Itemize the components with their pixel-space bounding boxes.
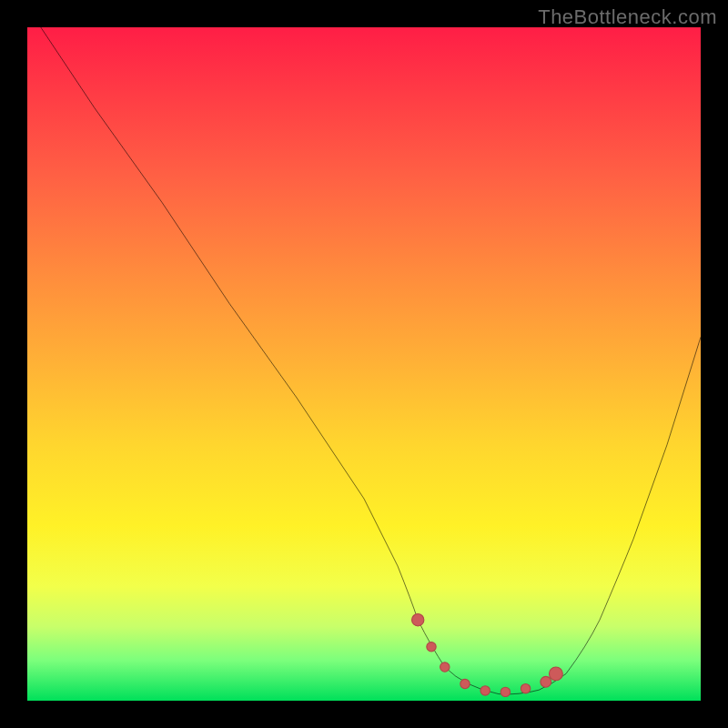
marker-dot <box>427 642 436 652</box>
marker-dot <box>440 662 450 672</box>
marker-dot <box>480 686 490 695</box>
chart-frame: TheBottleneck.com <box>0 0 728 728</box>
plot-area <box>27 27 701 701</box>
marker-dot <box>412 614 424 626</box>
trough-markers <box>412 614 563 697</box>
watermark-text: TheBottleneck.com <box>538 5 717 29</box>
curve-path <box>41 27 701 694</box>
marker-dot <box>541 676 551 687</box>
marker-dot <box>500 687 510 696</box>
marker-dot <box>460 679 470 688</box>
bottleneck-curve <box>27 27 701 701</box>
marker-dot <box>550 667 563 681</box>
marker-dot <box>521 684 530 693</box>
